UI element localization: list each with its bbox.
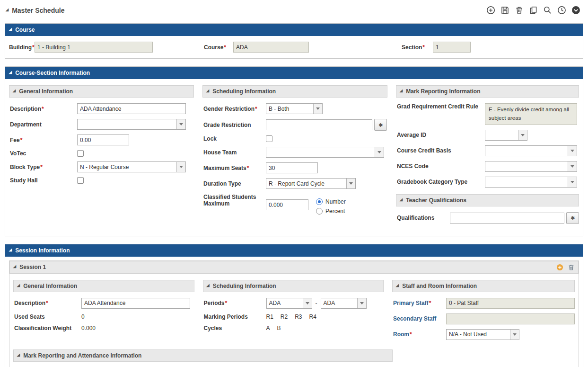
- collapse-icon[interactable]: ◢: [6, 8, 9, 12]
- required-marker: *: [20, 137, 23, 143]
- collapse-icon[interactable]: ◢: [13, 89, 16, 93]
- session1-panel: ◢ Session 1 ◢ General Information: [9, 260, 579, 367]
- grade-restriction-input[interactable]: [266, 119, 372, 130]
- staff-room-header[interactable]: ◢ Staff and Room Information: [392, 280, 575, 292]
- session-information-header[interactable]: ◢ Session Information: [5, 244, 583, 257]
- fee-input[interactable]: [77, 134, 129, 145]
- course-panel-header[interactable]: ◢ Course: [5, 24, 583, 36]
- required-marker: *: [255, 106, 257, 112]
- classified-students-input[interactable]: [266, 199, 308, 210]
- gender-restriction-select[interactable]: B - Both: [266, 103, 323, 114]
- copy-icon[interactable]: [529, 6, 538, 15]
- collapse-icon[interactable]: ◢: [400, 198, 403, 202]
- collapse-icon[interactable]: ◢: [9, 248, 12, 252]
- session1-body: ◢ General Information Description* Used …: [9, 274, 579, 347]
- period-to-select[interactable]: ADA: [321, 298, 367, 309]
- course-section-panel: ◢ Course-Section Information ◢ General I…: [5, 66, 583, 236]
- mark-attendance-header[interactable]: ◢ Mark Reporting and Attendance Informat…: [13, 349, 393, 362]
- label-text: Building: [9, 44, 32, 51]
- collapse-icon[interactable]: ◢: [17, 353, 20, 357]
- more-icon[interactable]: [571, 6, 580, 15]
- save-icon[interactable]: [500, 6, 509, 15]
- subsection-title: Staff and Room Information: [402, 283, 477, 289]
- course-panel: ◢ Course Building* Course* Section*: [5, 23, 583, 59]
- average-id-select[interactable]: [485, 130, 527, 141]
- course-section-panel-header[interactable]: ◢ Course-Section Information: [5, 67, 583, 79]
- label-text: Room: [393, 331, 409, 338]
- fee-row: Fee*: [10, 134, 194, 145]
- grade-restriction-picker-button[interactable]: [374, 119, 387, 131]
- department-label: Department: [10, 121, 77, 128]
- label-text: Description: [14, 300, 45, 306]
- building-input[interactable]: [35, 42, 153, 53]
- gradebook-category-type-select[interactable]: [485, 177, 577, 188]
- course-credit-basis-select[interactable]: [485, 145, 577, 156]
- lock-checkbox[interactable]: [266, 135, 272, 142]
- delete-session-icon[interactable]: [568, 264, 575, 271]
- duration-type-select[interactable]: R - Report Card Cycle: [266, 178, 356, 189]
- teacher-qualifications-header[interactable]: ◢ Teacher Qualifications: [396, 194, 579, 206]
- select-value: ADA: [267, 298, 303, 308]
- label-text: Secondary Staff: [393, 315, 436, 322]
- collapse-icon[interactable]: ◢: [13, 265, 16, 269]
- staff-room-column: ◢ Staff and Room Information Primary Sta…: [392, 280, 575, 345]
- room-select[interactable]: N/A - Not Used: [446, 329, 519, 340]
- select-value: [485, 177, 568, 187]
- general-info-header[interactable]: ◢ General Information: [9, 85, 194, 98]
- select-value: [485, 146, 568, 156]
- collapse-icon[interactable]: ◢: [9, 27, 12, 31]
- maximum-seats-row: Maximum Seats*: [203, 162, 387, 173]
- label-text: Used Seats: [14, 313, 45, 320]
- session-scheduling-header[interactable]: ◢ Scheduling Information: [203, 280, 384, 292]
- period-from-select[interactable]: ADA: [266, 298, 312, 309]
- block-type-select[interactable]: N - Regular Course: [77, 161, 186, 172]
- session1-header[interactable]: ◢ Session 1: [9, 261, 579, 274]
- gender-restriction-label: Gender Restriction*: [203, 106, 266, 112]
- maximum-seats-input[interactable]: [266, 162, 318, 173]
- secondary-staff-input[interactable]: [446, 313, 575, 324]
- label-text: Classified Students: [203, 194, 256, 200]
- session-description-input[interactable]: [81, 298, 190, 309]
- grad-requirement-label: Grad Requirement Credit Rule: [397, 103, 485, 110]
- department-select[interactable]: [77, 119, 186, 130]
- collapse-icon[interactable]: ◢: [396, 284, 399, 287]
- chevron-down-icon: [510, 330, 519, 340]
- collapse-icon[interactable]: ◢: [9, 71, 12, 74]
- add-session-icon[interactable]: [556, 264, 563, 271]
- chevron-down-icon: [313, 104, 322, 114]
- add-icon[interactable]: [486, 6, 495, 15]
- study-hall-checkbox[interactable]: [77, 177, 84, 184]
- description-input[interactable]: [77, 103, 186, 114]
- search-icon[interactable]: [543, 6, 552, 15]
- used-seats-label: Used Seats: [14, 313, 81, 320]
- nces-code-select[interactable]: [485, 161, 577, 172]
- house-team-select[interactable]: [266, 147, 384, 158]
- room-label: Room*: [393, 331, 446, 338]
- delete-icon[interactable]: [515, 6, 524, 15]
- number-radio[interactable]: [316, 198, 323, 205]
- used-seats-row: Used Seats 0: [14, 313, 194, 320]
- history-icon[interactable]: [557, 6, 566, 15]
- collapse-icon[interactable]: ◢: [207, 284, 210, 287]
- primary-staff-input[interactable]: [446, 298, 575, 309]
- percent-radio[interactable]: [316, 208, 323, 215]
- select-value: R - Report Card Cycle: [266, 179, 346, 188]
- scheduling-info-header[interactable]: ◢ Scheduling Information: [202, 85, 387, 98]
- mark-reporting-header[interactable]: ◢ Mark Reporting Information: [396, 85, 579, 98]
- collapse-icon[interactable]: ◢: [17, 284, 20, 287]
- gradebook-category-type-label: Gradebook Category Type: [397, 179, 485, 185]
- course-section-body: ◢ General Information Description* Depar…: [5, 79, 583, 236]
- general-info-column: ◢ General Information Description* Depar…: [9, 85, 202, 188]
- votec-checkbox[interactable]: [77, 150, 84, 157]
- nces-code-row: NCES Code: [397, 161, 579, 172]
- collapse-icon[interactable]: ◢: [400, 89, 403, 93]
- qualifications-input[interactable]: [450, 213, 564, 224]
- label-text: Maximum Seats: [203, 165, 246, 171]
- qualifications-picker-button[interactable]: [566, 212, 579, 224]
- average-id-label: Average ID: [397, 132, 485, 138]
- course-field: Course*: [204, 42, 402, 53]
- collapse-icon[interactable]: ◢: [206, 89, 209, 93]
- session-general-header[interactable]: ◢ General Information: [13, 280, 194, 292]
- section-input[interactable]: [433, 42, 471, 53]
- course-input[interactable]: [233, 42, 309, 53]
